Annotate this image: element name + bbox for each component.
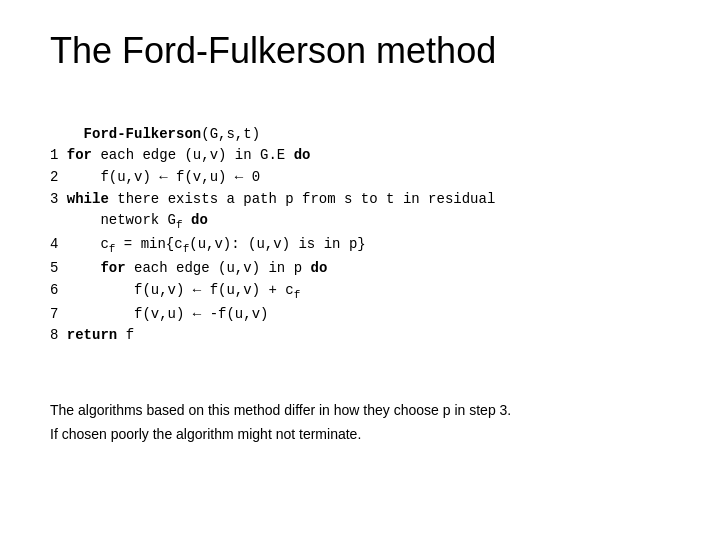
description-block: The algorithms based on this method diff… bbox=[50, 399, 670, 446]
line-3: 3 while there exists a path p from s to … bbox=[50, 191, 495, 229]
page: The Ford-Fulkerson method Ford-Fulkerson… bbox=[0, 0, 720, 540]
line-2: 2 f(u,v) ← f(v,u) ← 0 bbox=[50, 169, 260, 185]
page-title: The Ford-Fulkerson method bbox=[50, 30, 670, 72]
line-8: 8 return f bbox=[50, 327, 134, 343]
line-6: 6 f(u,v) ← f(u,v) + cf bbox=[50, 282, 300, 298]
algorithm-block: Ford-Fulkerson(G,s,t) 1 for each edge (u… bbox=[50, 102, 670, 369]
line-5: 5 for each edge (u,v) in p do bbox=[50, 260, 327, 276]
line-7: 7 f(v,u) ← -f(u,v) bbox=[50, 306, 268, 322]
line-1: 1 for each edge (u,v) in G.E do bbox=[50, 147, 310, 163]
description-line-1: The algorithms based on this method diff… bbox=[50, 399, 670, 421]
algorithm-header: Ford-Fulkerson(G,s,t) bbox=[84, 126, 260, 142]
line-4: 4 cf = min{cf(u,v): (u,v) is in p} bbox=[50, 236, 366, 252]
description-line-2: If chosen poorly the algorithm might not… bbox=[50, 423, 670, 445]
